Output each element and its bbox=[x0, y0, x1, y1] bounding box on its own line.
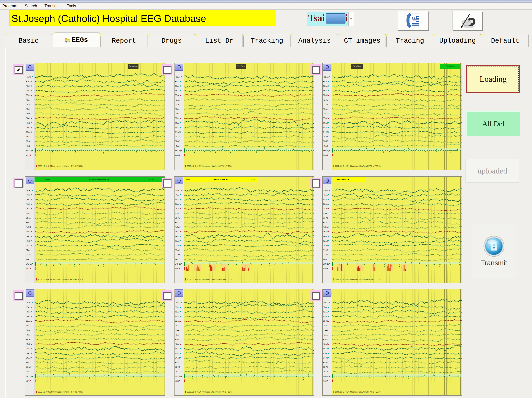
menu-search[interactable]: Search bbox=[25, 4, 37, 8]
eeg-thumbnail[interactable]: Fp1-A1F7-A1T3-A1T5-A1C3-A1P3-A1O1-A1F3-A… bbox=[322, 63, 462, 170]
channel-dot-icon bbox=[180, 231, 181, 232]
channel-dot-icon bbox=[180, 344, 181, 345]
tab-tracking[interactable]: Tracking bbox=[243, 34, 291, 47]
footer-text: 2005.1.2 9:46:54 30mm/sec 10uV/mm HF70Hz… bbox=[187, 391, 232, 393]
channel-label: Fp1-A1 bbox=[26, 76, 33, 78]
window-title-strip bbox=[0, 0, 532, 3]
channel-label: P3-A1 bbox=[26, 324, 31, 327]
channel-label: F4-A2 bbox=[175, 258, 179, 261]
channel-dot-icon bbox=[328, 122, 329, 123]
channel-label: P4-A2 bbox=[175, 136, 180, 138]
channel-label: Fp1-A1 bbox=[323, 189, 330, 192]
all-del-button[interactable]: All Del bbox=[466, 111, 520, 136]
signature-button[interactable] bbox=[453, 11, 482, 30]
tab-tracing[interactable]: Tracing bbox=[386, 34, 434, 47]
eeg-viewer-icon[interactable] bbox=[175, 177, 183, 184]
channel-label: Fp2-A2 bbox=[323, 112, 329, 115]
eeg-select-checkbox[interactable] bbox=[312, 292, 320, 300]
tab-default[interactable]: Default bbox=[481, 34, 529, 47]
channel-dot-icon bbox=[180, 311, 181, 312]
tab-report[interactable]: Report bbox=[101, 34, 148, 47]
menu-program[interactable]: Program bbox=[2, 4, 17, 8]
channel-dot-icon bbox=[31, 90, 32, 91]
loading-button[interactable]: Loading bbox=[466, 65, 520, 93]
eeg-select-checkbox[interactable] bbox=[14, 292, 23, 300]
channel-dot-icon bbox=[180, 194, 181, 195]
eeg-thumbnail[interactable]: Fp1-A1F7-A1T3-A1T5-A1C3-A1P3-A1O1-A1F3-A… bbox=[25, 176, 165, 283]
eeg-thumbnail[interactable]: Fp1-A1F7-A1T3-A1T5-A1C3-A1P3-A1O1-A1F3-A… bbox=[25, 289, 165, 396]
channel-label: F3-A1 bbox=[323, 108, 328, 110]
channel-label: C3-A1 bbox=[175, 94, 181, 97]
tab-uploading[interactable]: Uploading bbox=[434, 34, 481, 47]
eeg-viewer-icon[interactable] bbox=[175, 290, 183, 297]
eeg-select-checkbox[interactable] bbox=[163, 292, 171, 300]
eeg-select-checkbox[interactable] bbox=[14, 179, 23, 188]
export-word-button[interactable]: W bbox=[398, 11, 429, 30]
channel-dot-icon bbox=[328, 131, 329, 133]
eeg-thumbnail[interactable]: Fp1-A1F7-A1T3-A1T5-A1C3-A1P3-A1O1-A1F3-A… bbox=[25, 63, 165, 170]
eeg-thumbnail[interactable]: Fp1-A1F7-A1T3-A1T5-A1C3-A1P3-A1O1-A1F3-A… bbox=[322, 289, 462, 396]
eeg-viewer-icon[interactable] bbox=[323, 290, 331, 297]
tab-list-dr[interactable]: List Dr bbox=[196, 34, 243, 47]
tab-basic[interactable]: Basic bbox=[5, 34, 52, 47]
channel-dot-icon bbox=[31, 122, 32, 123]
word-document-icon: W bbox=[405, 12, 421, 29]
channel-dot-icon bbox=[31, 357, 32, 358]
channel-label: O1-A1 bbox=[323, 216, 328, 219]
channel-dot-icon bbox=[329, 190, 330, 191]
eeg-select-checkbox[interactable] bbox=[163, 66, 171, 74]
channel-dot-icon bbox=[328, 90, 329, 91]
channel-label: Fp2-A2 bbox=[175, 338, 180, 341]
eeg-thumbnail[interactable]: Fp1-A1F7-A1T3-A1T5-A1C3-A1P3-A1O1-A1F3-A… bbox=[174, 176, 314, 283]
eeg-thumbnail[interactable]: Fp1-A1F7-A1T3-A1T5-A1C3-A1P3-A1O1-A1F3-A… bbox=[322, 176, 462, 283]
eeg-select-checkbox[interactable] bbox=[312, 66, 320, 74]
eeg-viewer-icon[interactable] bbox=[323, 64, 331, 71]
channel-dot-icon bbox=[328, 85, 329, 86]
eeg-viewer-icon[interactable] bbox=[26, 64, 34, 71]
tab-eegs[interactable]: EEGs bbox=[53, 32, 100, 47]
menu-tools[interactable]: Tools bbox=[67, 4, 76, 8]
footer-tick-icon bbox=[334, 391, 334, 393]
eeg-select-checkbox[interactable] bbox=[312, 179, 320, 188]
channel-dot-icon bbox=[328, 231, 329, 232]
channel-dot-icon bbox=[180, 240, 181, 241]
combobox-dropdown-arrow-icon[interactable]: ▼ bbox=[348, 12, 354, 26]
event-marker-black: Eyes Close bbox=[351, 64, 363, 69]
channel-label: T4-A2 bbox=[323, 347, 329, 350]
uploaded-button[interactable]: uploaded bbox=[466, 159, 519, 182]
eeg-checkbox-backdrop bbox=[162, 290, 172, 301]
channel-dot-icon bbox=[328, 127, 329, 128]
eeg-thumbnail[interactable]: Fp1-A1F7-A1T3-A1T5-A1C3-A1P3-A1O1-A1F3-A… bbox=[174, 63, 314, 170]
channel-label: P4-A2 bbox=[323, 361, 328, 364]
channel-label: T5-A1 bbox=[323, 203, 329, 206]
channel-dot-icon bbox=[328, 95, 329, 96]
tab-label: EEGs bbox=[72, 36, 88, 44]
eeg-viewer-icon[interactable] bbox=[323, 177, 331, 184]
doctor-combobox[interactable]: Tsai i ▼ bbox=[307, 12, 354, 26]
eeg-thumbnail[interactable]: Fp1-A1F7-A1T3-A1T5-A1C3-A1P3-A1O1-A1F3-A… bbox=[174, 289, 314, 396]
eeg-select-checkbox[interactable]: ✔ bbox=[14, 66, 23, 74]
channel-dot-icon bbox=[31, 95, 32, 96]
doctor-combobox-field[interactable]: Tsai i bbox=[307, 12, 348, 26]
eeg-viewer-icon[interactable] bbox=[175, 64, 183, 71]
channel-label: C3-A1 bbox=[175, 320, 181, 323]
channel-dot-icon bbox=[32, 302, 33, 303]
tab-analysis[interactable]: Analysis bbox=[291, 34, 338, 47]
channel-label: Fp1-A1 bbox=[323, 76, 330, 78]
tab-drugs[interactable]: Drugs bbox=[148, 34, 195, 47]
channel-label: F3-A1 bbox=[175, 221, 179, 224]
eeg-viewer-icon[interactable] bbox=[26, 177, 34, 184]
eeg-viewer-icon[interactable] bbox=[26, 290, 34, 297]
channel-label: T3-A1 bbox=[175, 85, 181, 87]
channel-label: Fp2-A2 bbox=[323, 338, 329, 341]
channel-label: Mark bbox=[26, 380, 31, 382]
eeg-select-checkbox[interactable] bbox=[163, 179, 171, 188]
channel-label: C3-A1 bbox=[26, 320, 32, 323]
transmit-button[interactable]: Transmit bbox=[472, 224, 516, 278]
channel-label: F8-A2 bbox=[175, 230, 181, 233]
channel-label: F3-A1 bbox=[323, 221, 328, 224]
menu-transmit[interactable]: Transmit bbox=[44, 4, 59, 8]
channel-label: EKG 1g bbox=[175, 149, 182, 152]
tab-ct-images[interactable]: CT images bbox=[339, 34, 386, 47]
channel-label: T5-A1 bbox=[26, 203, 32, 206]
